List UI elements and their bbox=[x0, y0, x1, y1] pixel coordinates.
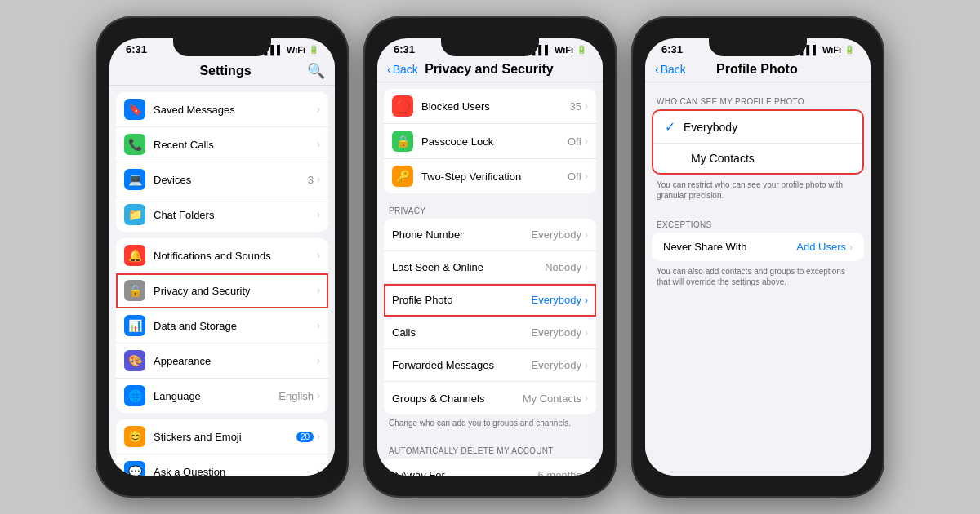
stickers-badge: 20 bbox=[296, 432, 314, 442]
list-item-ask-question[interactable]: 💬 Ask a Question › bbox=[116, 454, 328, 476]
chevron-forwarded: › bbox=[585, 360, 588, 371]
status-icons-3: ▌▌▌ WiFi 🔋 bbox=[800, 45, 854, 55]
delete-section-header: AUTOMATICALLY DELETE MY ACCOUNT bbox=[377, 438, 603, 459]
list-item-two-step[interactable]: 🔑 Two-Step Verification Off › bbox=[384, 159, 596, 193]
time-3: 6:31 bbox=[662, 43, 683, 55]
phone-number-value: Everybody bbox=[532, 228, 581, 241]
list-item-chat-folders[interactable]: 📁 Chat Folders › bbox=[116, 197, 328, 232]
chevron-passcode: › bbox=[585, 135, 588, 147]
option-note: You can restrict who can see your profil… bbox=[645, 175, 871, 206]
passcode-icon: 🔒 bbox=[392, 131, 413, 152]
if-away-value: 6 months bbox=[538, 469, 581, 476]
notch-1 bbox=[173, 38, 271, 56]
chevron-ask: › bbox=[317, 466, 320, 476]
devices-icon: 💻 bbox=[124, 169, 145, 190]
list-item-calls-privacy[interactable]: Calls Everybody › bbox=[384, 317, 596, 349]
chevron-folders: › bbox=[317, 209, 320, 220]
blocked-users-label: Blocked Users bbox=[421, 100, 570, 113]
option-my-contacts[interactable]: My Contacts bbox=[653, 144, 862, 173]
settings-group-2: 🔔 Notifications and Sounds › 🔒 Privacy a… bbox=[116, 238, 328, 413]
settings-group-1: 🔖 Saved Messages › 📞 Recent Calls › 💻 De… bbox=[116, 92, 328, 232]
blocked-users-icon: 🚫 bbox=[392, 95, 413, 117]
list-item-groups-channels[interactable]: Groups & Channels My Contacts › bbox=[384, 382, 596, 414]
option-my-contacts-label: My Contacts bbox=[691, 152, 755, 165]
chevron-devices: › bbox=[317, 174, 320, 185]
never-share-label: Never Share With bbox=[663, 241, 747, 253]
nav-back-2[interactable]: ‹ Back bbox=[387, 63, 418, 76]
list-item-devices[interactable]: 💻 Devices 3 › bbox=[116, 162, 328, 197]
screen-2-content: 🚫 Blocked Users 35 › 🔒 Passcode Lock Off… bbox=[377, 82, 603, 476]
battery-icon-1: 🔋 bbox=[309, 45, 318, 54]
wifi-icon: WiFi bbox=[287, 45, 305, 55]
recent-calls-icon: 📞 bbox=[124, 134, 145, 155]
chat-folders-label: Chat Folders bbox=[154, 209, 317, 221]
chevron-phone: › bbox=[585, 229, 588, 241]
data-storage-label: Data and Storage bbox=[154, 320, 317, 332]
battery-icon-2: 🔋 bbox=[577, 45, 586, 54]
list-item-appearance[interactable]: 🎨 Appearance › bbox=[116, 343, 328, 379]
appearance-icon: 🎨 bbox=[124, 350, 145, 371]
blocked-users-value: 35 bbox=[570, 100, 581, 113]
status-icons-2: ▌▌▌ WiFi 🔋 bbox=[532, 45, 586, 55]
settings-group-3: 😊 Stickers and Emoji 20 › 💬 Ask a Questi… bbox=[116, 419, 328, 476]
wifi-icon-2: WiFi bbox=[555, 45, 573, 55]
list-item-if-away[interactable]: If Away For 6 months › bbox=[384, 459, 596, 476]
notch-3 bbox=[709, 38, 807, 56]
exception-never-share[interactable]: Never Share With Add Users › bbox=[652, 233, 864, 261]
never-share-value: Add Users bbox=[796, 241, 846, 253]
option-everybody-label: Everybody bbox=[684, 121, 737, 134]
passcode-value: Off bbox=[568, 135, 581, 148]
list-item-privacy[interactable]: 🔒 Privacy and Security › bbox=[116, 273, 328, 308]
list-item-saved-messages[interactable]: 🔖 Saved Messages › bbox=[116, 92, 328, 127]
list-item-stickers[interactable]: 😊 Stickers and Emoji 20 › bbox=[116, 419, 328, 454]
groups-label: Groups & Channels bbox=[392, 392, 523, 405]
nav-back-3[interactable]: ‹ Back bbox=[655, 63, 686, 76]
list-item-blocked-users[interactable]: 🚫 Blocked Users 35 › bbox=[384, 89, 596, 124]
list-item-profile-photo[interactable]: Profile Photo Everybody › bbox=[384, 284, 596, 317]
nav-bar-2: ‹ Back Privacy and Security bbox=[377, 59, 603, 82]
profile-photo-value: Everybody bbox=[532, 294, 581, 306]
language-icon: 🌐 bbox=[124, 385, 145, 406]
saved-messages-label: Saved Messages bbox=[154, 104, 317, 116]
ask-question-icon: 💬 bbox=[124, 461, 145, 476]
chevron-calls: › bbox=[317, 139, 320, 150]
chevron-blocked: › bbox=[585, 100, 588, 112]
nav-title-1: Settings bbox=[144, 64, 307, 78]
wifi-icon-3: WiFi bbox=[822, 45, 841, 55]
list-item-last-seen[interactable]: Last Seen & Online Nobody › bbox=[384, 251, 596, 284]
list-item-forwarded[interactable]: Forwarded Messages Everybody › bbox=[384, 349, 596, 382]
chevron-data: › bbox=[317, 320, 320, 331]
devices-value: 3 bbox=[308, 174, 314, 186]
forwarded-value: Everybody bbox=[532, 359, 581, 371]
option-everybody[interactable]: ✓ Everybody bbox=[653, 111, 862, 144]
phone-number-label: Phone Number bbox=[392, 228, 532, 241]
language-value: English bbox=[278, 390, 314, 402]
last-seen-label: Last Seen & Online bbox=[392, 261, 545, 273]
list-item-notifications[interactable]: 🔔 Notifications and Sounds › bbox=[116, 238, 328, 273]
list-item-language[interactable]: 🌐 Language English › bbox=[116, 379, 328, 413]
notifications-icon: 🔔 bbox=[124, 245, 145, 266]
nav-title-2: Privacy and Security bbox=[418, 62, 560, 77]
groups-value: My Contacts bbox=[523, 392, 581, 405]
chevron-two-step: › bbox=[585, 171, 588, 182]
search-icon-1[interactable]: 🔍 bbox=[307, 62, 325, 80]
notch-2 bbox=[441, 38, 539, 56]
stickers-label: Stickers and Emoji bbox=[154, 431, 296, 443]
chevron-last-seen: › bbox=[585, 262, 588, 273]
chat-folders-icon: 📁 bbox=[124, 204, 145, 225]
chevron-notifications: › bbox=[317, 250, 320, 261]
notifications-label: Notifications and Sounds bbox=[154, 250, 317, 262]
nav-bar-3: ‹ Back Profile Photo bbox=[645, 59, 871, 82]
calls-label: Calls bbox=[392, 326, 532, 339]
list-item-data-storage[interactable]: 📊 Data and Storage › bbox=[116, 308, 328, 343]
chevron-appearance: › bbox=[317, 355, 320, 366]
list-item-recent-calls[interactable]: 📞 Recent Calls › bbox=[116, 127, 328, 162]
devices-label: Devices bbox=[154, 174, 308, 186]
data-storage-icon: 📊 bbox=[124, 315, 145, 336]
list-item-passcode[interactable]: 🔒 Passcode Lock Off › bbox=[384, 124, 596, 159]
if-away-label: If Away For bbox=[392, 469, 538, 476]
calls-value: Everybody bbox=[532, 326, 581, 339]
list-item-phone-number[interactable]: Phone Number Everybody › bbox=[384, 219, 596, 251]
chevron-calls-privacy: › bbox=[585, 327, 588, 339]
time-1: 6:31 bbox=[126, 43, 147, 55]
